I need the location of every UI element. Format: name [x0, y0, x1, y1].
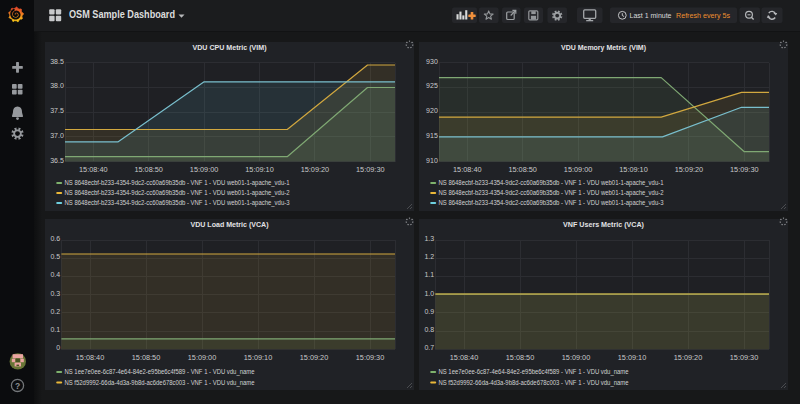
svg-text:0.6: 0.6: [50, 235, 60, 242]
svg-text:15:08:50: 15:08:50: [134, 166, 163, 173]
svg-text:15:09:30: 15:09:30: [730, 166, 759, 173]
svg-text:38.0: 38.0: [50, 82, 64, 89]
svg-text:15:09:30: 15:09:30: [356, 354, 385, 361]
svg-text:920: 920: [426, 107, 438, 114]
svg-text:15:09:10: 15:09:10: [618, 354, 647, 361]
svg-text:1.2: 1.2: [424, 253, 434, 260]
svg-text:15:08:40: 15:08:40: [453, 166, 482, 173]
svg-text:VDU Memory Metric (VIM): VDU Memory Metric (VIM): [561, 43, 646, 52]
svg-text:0: 0: [56, 344, 60, 351]
svg-text:0.8: 0.8: [424, 326, 434, 333]
svg-text:?: ?: [15, 381, 20, 391]
svg-text:36.5: 36.5: [50, 157, 64, 164]
svg-text:NS 8648ecbf-b233-4354-9dc2-cc6: NS 8648ecbf-b233-4354-9dc2-cc60a69b35db …: [439, 179, 664, 187]
svg-text:15:08:40: 15:08:40: [76, 354, 105, 361]
svg-text:1.3: 1.3: [424, 235, 434, 242]
svg-text:930: 930: [426, 58, 438, 65]
svg-text:910: 910: [426, 157, 438, 164]
svg-text:15:09:30: 15:09:30: [356, 166, 385, 173]
svg-text:15:09:00: 15:09:00: [190, 166, 219, 173]
svg-text:NS 8648ecbf-b233-4354-9dc2-cc6: NS 8648ecbf-b233-4354-9dc2-cc60a69b35db …: [439, 189, 664, 197]
svg-text:0.4: 0.4: [50, 271, 60, 278]
svg-text:NS 8648ecbf-b233-4354-9dc2-cc6: NS 8648ecbf-b233-4354-9dc2-cc60a69b35db …: [65, 179, 290, 187]
svg-text:15:09:10: 15:09:10: [619, 166, 648, 173]
svg-text:VDU Load Metric (VCA): VDU Load Metric (VCA): [191, 220, 269, 229]
svg-text:VDU CPU Metric (VIM): VDU CPU Metric (VIM): [193, 43, 267, 52]
svg-text:15:08:50: 15:08:50: [506, 354, 535, 361]
svg-text:15:09:20: 15:09:20: [674, 354, 703, 361]
svg-text:OSM Sample Dashboard: OSM Sample Dashboard: [69, 8, 175, 20]
svg-text:NS 8648ecbf-b233-4354-9dc2-cc6: NS 8648ecbf-b233-4354-9dc2-cc60a69b35db …: [65, 189, 290, 197]
svg-text:NS f52d9992-66da-4d3a-9b8d-ac6: NS f52d9992-66da-4d3a-9b8d-ac6de678c003 …: [65, 379, 255, 387]
svg-text:NS f52d9992-66da-4d3a-9b8d-ac6: NS f52d9992-66da-4d3a-9b8d-ac6de678c003 …: [439, 379, 629, 387]
svg-text:15:09:20: 15:09:20: [675, 166, 704, 173]
svg-text:37.5: 37.5: [50, 107, 64, 114]
svg-text:15:09:00: 15:09:00: [564, 166, 593, 173]
svg-text:1.1: 1.1: [424, 271, 434, 278]
svg-text:0.3: 0.3: [50, 290, 60, 297]
svg-text:NS 8648ecbf-b233-4354-9dc2-cc6: NS 8648ecbf-b233-4354-9dc2-cc60a69b35db …: [65, 199, 290, 207]
svg-text:15:08:50: 15:08:50: [508, 166, 537, 173]
svg-text:925: 925: [426, 82, 438, 89]
svg-text:15:09:20: 15:09:20: [301, 166, 330, 173]
svg-text:15:09:30: 15:09:30: [730, 354, 759, 361]
svg-text:NS 1ee7e0ee-6c87-4e64-84e2-e95: NS 1ee7e0ee-6c87-4e64-84e2-e95be6c4f589 …: [65, 368, 255, 376]
svg-text:15:09:10: 15:09:10: [245, 166, 274, 173]
svg-text:NS 1ee7e0ee-6c87-4e64-84e2-e95: NS 1ee7e0ee-6c87-4e64-84e2-e95be6c4f589 …: [439, 368, 629, 376]
svg-text:0.7: 0.7: [424, 344, 434, 351]
svg-text:0.5: 0.5: [50, 253, 60, 260]
svg-text:NS 8648ecbf-b233-4354-9dc2-cc6: NS 8648ecbf-b233-4354-9dc2-cc60a69b35db …: [439, 199, 664, 207]
svg-text:VNF Users Metric (VCA): VNF Users Metric (VCA): [563, 220, 644, 229]
svg-text:15:08:50: 15:08:50: [132, 354, 161, 361]
svg-text:15:09:10: 15:09:10: [244, 354, 273, 361]
svg-text:15:08:40: 15:08:40: [79, 166, 108, 173]
svg-text:37.0: 37.0: [50, 132, 64, 139]
svg-text:0.2: 0.2: [50, 308, 60, 315]
svg-text:15:09:00: 15:09:00: [188, 354, 217, 361]
svg-text:Refresh every 5s: Refresh every 5s: [676, 11, 730, 20]
svg-text:915: 915: [426, 132, 438, 139]
svg-text:15:09:20: 15:09:20: [300, 354, 329, 361]
svg-text:Last 1 minute: Last 1 minute: [630, 11, 672, 20]
svg-text:38.5: 38.5: [50, 58, 64, 65]
svg-text:15:08:40: 15:08:40: [450, 354, 479, 361]
svg-text:0.1: 0.1: [50, 326, 60, 333]
svg-text:1.0: 1.0: [424, 290, 434, 297]
svg-text:15:09:00: 15:09:00: [562, 354, 591, 361]
svg-text:0.9: 0.9: [424, 308, 434, 315]
